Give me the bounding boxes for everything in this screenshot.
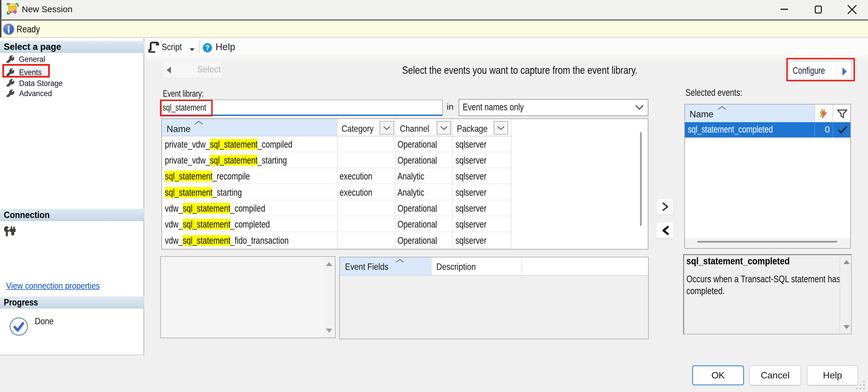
svg-text:?: ? [206,44,210,52]
